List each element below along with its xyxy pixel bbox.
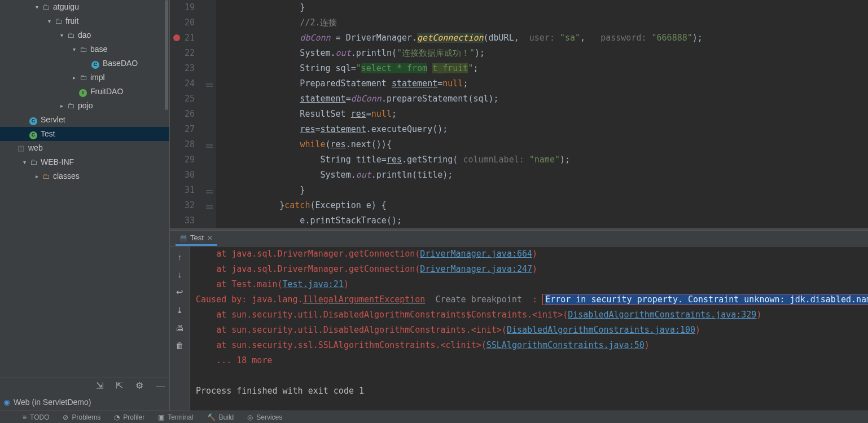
status-terminal[interactable]: ▣Terminal bbox=[158, 413, 193, 421]
gutter-line[interactable]: 32 bbox=[170, 198, 195, 213]
status-profiler[interactable]: ◔Profiler bbox=[114, 413, 144, 421]
code-line[interactable]: while(res.next()){ bbox=[239, 137, 868, 152]
gutter-line[interactable]: 22 bbox=[170, 46, 195, 61]
gutter-line[interactable]: 25 bbox=[170, 91, 195, 107]
chevron-icon[interactable]: ▸ bbox=[33, 169, 41, 183]
soft-wrap-icon[interactable]: ↩ bbox=[176, 287, 183, 297]
code-line[interactable]: }catch(Exception e) { bbox=[239, 198, 868, 213]
chevron-icon[interactable]: ▾ bbox=[45, 14, 53, 28]
console-line[interactable]: Caused by: java.lang.IllegalArgumentExce… bbox=[196, 292, 868, 307]
tree-item-label: Servlet bbox=[41, 113, 65, 127]
code-line[interactable]: //2.连接 bbox=[239, 15, 868, 30]
console-line[interactable]: Process finished with exit code 1 bbox=[196, 384, 868, 399]
tree-item[interactable]: ▾🗀WEB-INF bbox=[0, 155, 169, 169]
code-line[interactable]: System.out.println("连接数据库成功！"); bbox=[239, 46, 868, 61]
console-line[interactable]: at java.sql.DriverManager.getConnection(… bbox=[196, 246, 868, 262]
console-line[interactable]: at java.sql.DriverManager.getConnection(… bbox=[196, 262, 868, 277]
code-line[interactable]: ResultSet res=null; bbox=[239, 107, 868, 122]
code-line[interactable]: res=statement.executeQuery(); bbox=[239, 122, 868, 137]
close-icon[interactable]: ✕ bbox=[207, 234, 213, 242]
tree-item[interactable]: ▸🗀pojo bbox=[0, 99, 169, 113]
tree-item-label: FruitDAO bbox=[90, 85, 123, 99]
console-line[interactable]: at Test.main(Test.java:21) bbox=[196, 277, 868, 292]
class-icon: C bbox=[90, 56, 100, 70]
fold-icon[interactable] bbox=[205, 141, 214, 149]
code-line[interactable]: System.out.println(title); bbox=[239, 168, 868, 183]
tree-item[interactable]: IFruitDAO bbox=[0, 85, 169, 99]
gutter-line[interactable]: 31 bbox=[170, 183, 195, 198]
chevron-icon[interactable]: ▾ bbox=[20, 155, 28, 169]
tree-item[interactable]: ◫web bbox=[0, 141, 169, 155]
code-line[interactable]: e.printStackTrace(); bbox=[239, 213, 868, 228]
chevron-icon[interactable]: ▸ bbox=[58, 99, 65, 113]
gear-icon[interactable]: ⚙ bbox=[135, 380, 143, 391]
tree-item[interactable]: CTest bbox=[0, 127, 169, 141]
gutter-line[interactable]: 23 bbox=[170, 61, 195, 76]
tree-item[interactable]: ▸🗀impl bbox=[0, 70, 169, 85]
tree-item[interactable]: ▾🗀fruit bbox=[0, 14, 169, 28]
tree-item[interactable]: ▸🗀classes bbox=[0, 169, 169, 183]
scope-selector[interactable]: ◉ Web (in ServletDemo) bbox=[0, 394, 169, 411]
chevron-icon[interactable]: ▾ bbox=[58, 28, 65, 42]
scroll-to-end-icon[interactable]: ⤓ bbox=[176, 305, 183, 315]
terminal-icon: ▣ bbox=[158, 413, 164, 421]
gutter-line[interactable]: 26 bbox=[170, 107, 195, 122]
status-todo[interactable]: ≡TODO bbox=[23, 413, 49, 421]
tree-item[interactable]: ▾🗀base bbox=[0, 42, 169, 56]
status-problems[interactable]: ⊘Problems bbox=[63, 413, 100, 421]
editor-margin[interactable] bbox=[203, 0, 216, 228]
console-line[interactable]: at sun.security.ssl.SSLAlgorithmConstrai… bbox=[196, 338, 868, 353]
chevron-icon[interactable]: ▾ bbox=[33, 0, 41, 14]
console-line[interactable]: at sun.security.util.DisabledAlgorithmCo… bbox=[196, 323, 868, 338]
gutter-line[interactable]: 21 bbox=[170, 30, 195, 46]
console-line[interactable] bbox=[196, 368, 868, 384]
fold-icon[interactable] bbox=[205, 80, 214, 88]
console-line[interactable]: ... 18 more bbox=[196, 353, 868, 368]
tree-item[interactable]: ▾🗀dao bbox=[0, 28, 169, 42]
code-line[interactable]: } bbox=[239, 0, 868, 15]
project-panel: ▾🗀atguigu▾🗀fruit▾🗀dao▾🗀baseCBaseDAO▸🗀imp… bbox=[0, 0, 170, 411]
interface-icon: I bbox=[78, 85, 88, 99]
code-line[interactable]: String sql="select * from t_fruit"; bbox=[239, 61, 868, 76]
down-arrow-icon[interactable]: ↓ bbox=[178, 270, 182, 279]
console-tab-test[interactable]: ▤ Test ✕ bbox=[176, 231, 217, 246]
console-line[interactable]: at sun.security.util.DisabledAlgorithmCo… bbox=[196, 307, 868, 323]
tree-item-label: web bbox=[28, 141, 43, 155]
fold-icon[interactable] bbox=[205, 202, 214, 210]
chevron-icon[interactable]: ▾ bbox=[70, 42, 78, 56]
gutter-line[interactable]: 24 bbox=[170, 76, 195, 91]
chevron-icon[interactable]: ▸ bbox=[70, 70, 78, 85]
status-build[interactable]: 🔨Build bbox=[207, 413, 234, 421]
expand-all-icon[interactable]: ⇲ bbox=[96, 380, 103, 391]
console-output[interactable]: at java.sql.DriverManager.getConnection(… bbox=[190, 246, 868, 411]
gutter-line[interactable]: 28 bbox=[170, 137, 195, 152]
minimize-icon[interactable]: — bbox=[156, 381, 165, 391]
code-line[interactable]: statement=dbConn.prepareStatement(sql); bbox=[239, 91, 868, 107]
gutter-line[interactable]: 29 bbox=[170, 152, 195, 168]
status-services[interactable]: ◎Services bbox=[247, 413, 282, 421]
profiler-icon: ◔ bbox=[114, 413, 120, 421]
print-icon[interactable]: 🖶 bbox=[176, 323, 184, 333]
fold-icon[interactable] bbox=[205, 187, 214, 195]
code-line[interactable]: dbConn = DriverManager.getConnection(dbU… bbox=[239, 30, 868, 46]
code-line[interactable]: PreparedStatement statement=null; bbox=[239, 76, 868, 91]
gutter-line[interactable]: 27 bbox=[170, 122, 195, 137]
gutter-line[interactable]: 33 bbox=[170, 213, 195, 228]
code-line[interactable]: String title=res.getString( columnLabel:… bbox=[239, 152, 868, 168]
gutter-line[interactable]: 19 bbox=[170, 0, 195, 15]
code-line[interactable]: } bbox=[239, 183, 868, 198]
scrollbar[interactable] bbox=[165, 0, 168, 110]
tree-item[interactable]: CBaseDAO bbox=[0, 56, 169, 70]
collapse-all-icon[interactable]: ⇱ bbox=[116, 380, 123, 391]
gutter-line[interactable]: 30 bbox=[170, 168, 195, 183]
trash-icon[interactable]: 🗑 bbox=[176, 341, 184, 350]
tree-item[interactable]: CServlet bbox=[0, 113, 169, 127]
editor-code[interactable]: } //2.连接 dbConn = DriverManager.getConne… bbox=[216, 0, 868, 228]
up-arrow-icon[interactable]: ↑ bbox=[178, 252, 182, 262]
tree-item[interactable]: ▾🗀atguigu bbox=[0, 0, 169, 14]
project-tree[interactable]: ▾🗀atguigu▾🗀fruit▾🗀dao▾🗀baseCBaseDAO▸🗀imp… bbox=[0, 0, 169, 377]
code-editor[interactable]: 192021222324252627282930313233 } //2.连接 … bbox=[170, 0, 868, 228]
gutter-line[interactable]: 20 bbox=[170, 15, 195, 30]
console-tab-label: Test bbox=[190, 233, 204, 242]
editor-gutter[interactable]: 192021222324252627282930313233 bbox=[170, 0, 203, 228]
